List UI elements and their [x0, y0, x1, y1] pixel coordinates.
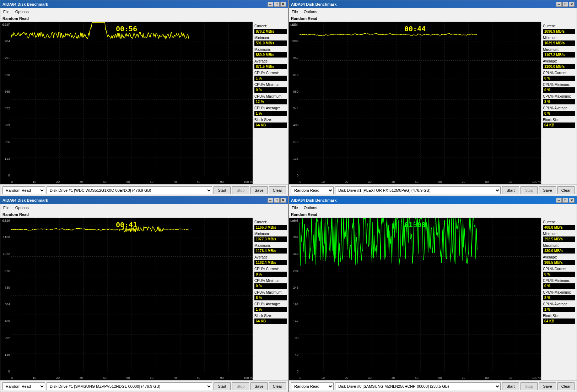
y-label: 136 [293, 157, 298, 160]
window-w4: AIDA64 Disk Benchmark ─ □ ✕ File Options… [288, 196, 577, 392]
maximize-button[interactable]: □ [562, 2, 568, 7]
x-axis: 0102030405060708090100 % [11, 376, 253, 380]
minimize-button[interactable]: ─ [556, 198, 562, 203]
y-label: 339 [5, 124, 10, 127]
window-title: AIDA64 Disk Benchmark [291, 198, 336, 202]
x-label: 30 [80, 376, 83, 380]
cpu-average-value: 1 % [543, 307, 575, 312]
cpu-current-label: CPU% Current: [254, 267, 287, 271]
clear-button[interactable]: Clear [557, 382, 575, 390]
y-label: 904 [5, 40, 10, 43]
x-axis: 0102030405060708090100 % [300, 376, 541, 380]
disk-dropdown[interactable]: Disk Drive #0 [SAMSUNG MZNLN256HCHP-0000… [335, 382, 501, 390]
disk-dropdown[interactable]: Disk Drive #1 [PLEXTOR PX-512M8PeG] (476… [335, 186, 501, 194]
save-button[interactable]: Save [539, 186, 556, 194]
start-button[interactable]: Start [502, 382, 519, 390]
y-label: 196 [293, 303, 298, 306]
close-button[interactable]: ✕ [280, 2, 286, 7]
x-label: 50 [126, 376, 130, 380]
disk-dropdown[interactable]: Disk Drive #1 [WDC WDS512G1X0C-00ENX0] (… [47, 186, 212, 194]
minimize-button[interactable]: ─ [556, 2, 562, 7]
blocksize-label: Block Size: [254, 314, 287, 318]
save-button[interactable]: Save [539, 382, 556, 390]
main-content: MB/s 00:41 13141168102287673058443829214… [0, 218, 288, 380]
y-label: 584 [5, 303, 10, 306]
clear-button[interactable]: Clear [557, 186, 575, 194]
y-label: 392 [293, 236, 298, 239]
main-content: MB/s 01:08 44139234329424519614798490 01… [289, 218, 577, 380]
current-value: 876.2 MB/s [254, 29, 287, 34]
y-label: 544 [293, 107, 298, 110]
disk-dropdown[interactable]: Disk Drive #1 [SAMSUNG MZVPV512HDGL-0000… [47, 382, 212, 390]
mode-dropdown[interactable]: Random Read [291, 382, 334, 390]
timer-display: 00:56 [116, 24, 137, 33]
x-label: 40 [392, 180, 395, 184]
x-label: 70 [462, 376, 465, 380]
x-label: 90 [220, 180, 223, 184]
cpu-average-label: CPU% Average: [543, 302, 575, 306]
save-button[interactable]: Save [250, 186, 268, 194]
close-button[interactable]: ✕ [569, 198, 575, 203]
y-axis: 1314116810228767305844382921460 [0, 219, 11, 373]
cpu-average-label: CPU% Average: [254, 106, 287, 110]
mode-dropdown[interactable]: Random Read [291, 186, 334, 194]
chart-area: MB/s 00:41 13141168102287673058443829214… [0, 218, 253, 380]
y-label: 0 [8, 174, 10, 177]
y-label: 565 [5, 90, 10, 93]
cpu-minimum-label: CPU% Minimum: [543, 279, 575, 283]
x-label: 20 [345, 180, 348, 184]
minimize-button[interactable]: ─ [268, 2, 273, 7]
section-title: Random Read [0, 211, 288, 218]
cpu-current-label: CPU% Current: [543, 71, 575, 75]
x-axis: 0102030405060708090100 % [11, 180, 253, 184]
maximize-button[interactable]: □ [562, 198, 568, 203]
start-button[interactable]: Start [214, 382, 231, 390]
menu-file[interactable]: File [2, 205, 11, 210]
y-label: 952 [293, 56, 298, 60]
maximize-button[interactable]: □ [274, 2, 280, 7]
chart-area: MB/s 00:44 12241088952816680544408272136… [289, 22, 541, 184]
save-button[interactable]: Save [250, 382, 268, 390]
cpu-current-value: 0 % [254, 272, 287, 277]
mode-dropdown[interactable]: Random Read [2, 186, 45, 194]
clear-button[interactable]: Clear [269, 186, 286, 194]
y-label: 678 [5, 74, 10, 77]
title-bar: AIDA64 Disk Benchmark ─ □ ✕ [0, 0, 288, 8]
start-button[interactable]: Start [214, 186, 231, 194]
x-label: 0 [300, 180, 301, 184]
cpu-maximum-label: CPU% Maximum: [543, 290, 575, 294]
menu-options[interactable]: Options [14, 205, 30, 210]
stop-button[interactable]: Stop [521, 186, 538, 194]
y-label: 1314 [3, 219, 10, 222]
maximize-button[interactable]: □ [274, 198, 280, 203]
stop-button[interactable]: Stop [232, 382, 249, 390]
menu-file[interactable]: File [290, 9, 300, 14]
x-label: 0 [11, 376, 13, 380]
cpu-maximum-label: CPU% Maximum: [543, 94, 575, 98]
menu-options[interactable]: Options [302, 205, 319, 210]
menu-options[interactable]: Options [302, 9, 319, 14]
start-button[interactable]: Start [502, 186, 519, 194]
window-title: AIDA64 Disk Benchmark [2, 198, 48, 202]
blocksize-label: Block Size: [254, 118, 287, 122]
y-axis: 10179047916785654523392261130 [0, 23, 11, 177]
menu-options[interactable]: Options [14, 9, 30, 14]
menu-file[interactable]: File [290, 205, 300, 210]
minimize-button[interactable]: ─ [268, 198, 273, 203]
current-value: 408.8 MB/s [543, 225, 575, 230]
mode-dropdown[interactable]: Random Read [2, 382, 45, 390]
x-label: 60 [150, 376, 153, 380]
average-label: Average: [543, 59, 575, 63]
window-w3: AIDA64 Disk Benchmark ─ □ ✕ File Options… [0, 196, 288, 392]
clear-button[interactable]: Clear [269, 382, 286, 390]
average-value: 368.5 MB/s [543, 260, 575, 265]
x-label: 70 [173, 180, 177, 184]
menu-file[interactable]: File [2, 9, 11, 14]
stop-button[interactable]: Stop [232, 186, 249, 194]
x-label: 60 [438, 180, 442, 184]
close-button[interactable]: ✕ [280, 198, 286, 203]
x-label: 60 [150, 180, 153, 184]
close-button[interactable]: ✕ [569, 2, 575, 7]
stop-button[interactable]: Stop [521, 382, 538, 390]
current-label: Current: [254, 24, 287, 28]
